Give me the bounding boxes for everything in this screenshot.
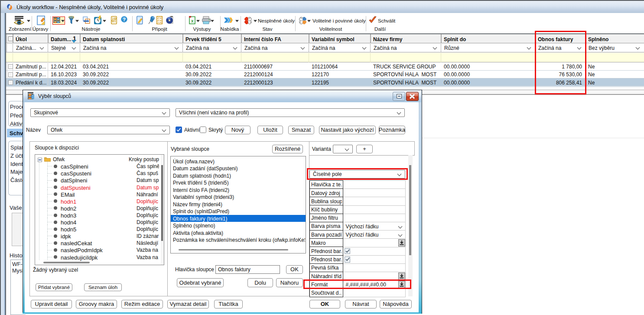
svg-text:x: x bbox=[191, 18, 194, 23]
svg-text:?: ? bbox=[123, 17, 126, 22]
